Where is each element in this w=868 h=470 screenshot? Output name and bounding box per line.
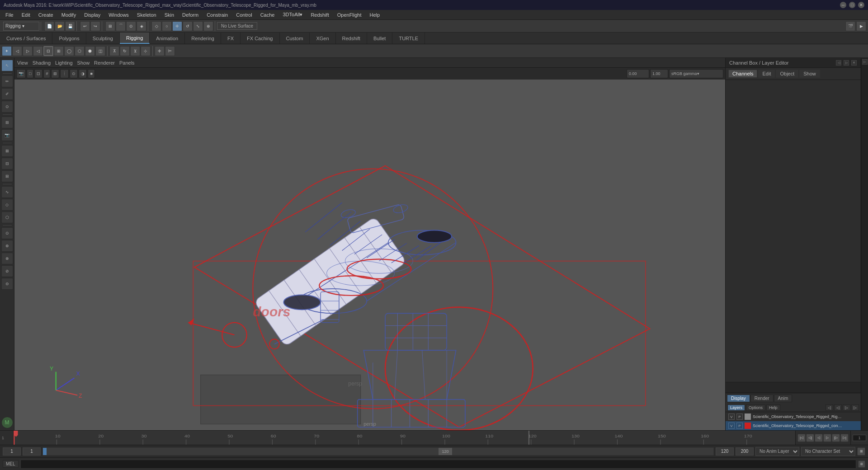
- filmgate-btn[interactable]: □: [27, 69, 33, 78]
- menu-edit[interactable]: Edit: [18, 11, 34, 19]
- layer3-btn[interactable]: ⊞: [1, 170, 13, 182]
- curve1-icon[interactable]: ◯: [64, 46, 74, 56]
- menu-openflight[interactable]: OpenFlight: [334, 11, 365, 19]
- play-back-btn[interactable]: ◁: [815, 434, 823, 442]
- menu-skin[interactable]: Skin: [161, 11, 178, 19]
- resolution-btn[interactable]: ⊡: [34, 69, 42, 78]
- layer-p-1[interactable]: P: [736, 414, 743, 420]
- layer-prev2-btn[interactable]: ◁: [834, 404, 842, 411]
- grid-btn[interactable]: #: [43, 69, 50, 78]
- snap-view-button[interactable]: ◈: [137, 21, 146, 31]
- mode-dropdown[interactable]: Rigging ▾: [3, 22, 39, 31]
- menu-modify[interactable]: Modify: [58, 11, 80, 19]
- layer2-btn[interactable]: ⊟: [1, 158, 13, 169]
- step-back-btn[interactable]: ◁|: [806, 434, 814, 442]
- tab-rendering[interactable]: Rendering: [185, 33, 221, 44]
- tab-turtle[interactable]: TURTLE: [392, 33, 425, 44]
- anim-layer-select[interactable]: No Anim Layer: [755, 447, 799, 456]
- panel-arrow-right[interactable]: ▷: [844, 60, 849, 66]
- misc5-btn[interactable]: ⊖: [1, 278, 13, 290]
- tab-fx-caching[interactable]: FX Caching: [241, 33, 279, 44]
- layer-subtab-layers[interactable]: Layers: [727, 404, 745, 411]
- transform-tool-button[interactable]: ⊕: [203, 21, 213, 31]
- layer-prev-btn[interactable]: ◁: [826, 404, 833, 411]
- tab-bullet[interactable]: Bullet: [367, 33, 393, 44]
- curve4-icon[interactable]: ◫: [95, 46, 105, 56]
- menu-help[interactable]: Help: [366, 11, 384, 19]
- layer-v-1[interactable]: V: [728, 414, 735, 420]
- menu-cache[interactable]: Cache: [257, 11, 278, 19]
- paint-icon[interactable]: ▷: [23, 46, 33, 56]
- misc4-btn[interactable]: ⊘: [1, 265, 13, 277]
- scale-tool-button[interactable]: ⤡: [193, 21, 203, 31]
- tab-edit[interactable]: Edit: [758, 70, 775, 78]
- show-menu[interactable]: Show: [77, 60, 90, 66]
- minimize-button[interactable]: ─: [840, 2, 846, 8]
- wireframe-btn[interactable]: ⋮: [60, 69, 69, 78]
- snap1-btn[interactable]: ⊞: [1, 117, 13, 128]
- curve2-icon[interactable]: ⬡: [75, 46, 85, 56]
- attr-strip-expand[interactable]: ▷: [862, 59, 868, 65]
- menu-control[interactable]: Control: [232, 11, 255, 19]
- quick-sel-icon[interactable]: ◁: [33, 46, 43, 56]
- layer-subtab-help[interactable]: Help: [766, 404, 780, 411]
- layer-tab-render[interactable]: Render: [750, 395, 774, 402]
- menu-file[interactable]: File: [2, 11, 17, 19]
- shape-btn[interactable]: ◇: [1, 199, 13, 211]
- tab-sculpting[interactable]: Sculpting: [86, 33, 120, 44]
- frame-end-input[interactable]: 120: [716, 447, 734, 456]
- scale2-icon[interactable]: ⊻: [130, 46, 140, 56]
- renderer-menu[interactable]: Renderer: [94, 60, 115, 66]
- layer-item-1[interactable]: V P Scientific_Observatory_Telescope_Rig…: [726, 412, 861, 421]
- cam-btn[interactable]: 📷: [1, 129, 13, 141]
- layer-next2-btn[interactable]: ▷: [851, 404, 859, 411]
- misc2-btn[interactable]: ⊕: [1, 240, 13, 252]
- select-icon[interactable]: ✦: [2, 46, 12, 56]
- menu-deform[interactable]: Deform: [179, 11, 202, 19]
- play-fwd-btn[interactable]: ▷: [823, 434, 831, 442]
- panels-menu[interactable]: Panels: [119, 60, 135, 66]
- paint3-btn[interactable]: ⊙: [1, 101, 13, 113]
- texture-btn[interactable]: ■: [88, 69, 94, 78]
- tab-custom[interactable]: Custom: [280, 33, 310, 44]
- lighting-menu[interactable]: Lighting: [55, 60, 73, 66]
- current-frame-display[interactable]: 1: [853, 435, 866, 441]
- layer1-btn[interactable]: ⊠: [1, 145, 13, 157]
- tab-polygons[interactable]: Polygons: [52, 33, 86, 44]
- layer-next-btn[interactable]: ▷: [843, 404, 850, 411]
- bottom-right-btn[interactable]: ⊞: [857, 447, 865, 456]
- character-set-select[interactable]: No Character Set: [801, 447, 855, 456]
- panel-arrow-left[interactable]: ◁: [836, 60, 841, 66]
- timeline[interactable]: 1 10 20 30 40 50 60 70 80: [0, 430, 868, 445]
- maximize-button[interactable]: □: [849, 2, 855, 8]
- go-start-btn[interactable]: |◁: [797, 434, 806, 442]
- lasso-icon[interactable]: ◁: [12, 46, 22, 56]
- move2-icon[interactable]: ⊼: [109, 46, 119, 56]
- poly-btn[interactable]: ⬡: [1, 212, 13, 223]
- save-scene-button[interactable]: 💾: [65, 21, 75, 31]
- playhead[interactable]: [14, 431, 14, 445]
- component-icon[interactable]: ⊞: [54, 46, 64, 56]
- layer-v-2[interactable]: V: [728, 423, 735, 429]
- tab-curves-surfaces[interactable]: Curves / Surfaces: [0, 33, 52, 44]
- menu-redshift[interactable]: Redshift: [307, 11, 332, 19]
- tab-channels[interactable]: Channels: [728, 70, 757, 78]
- tab-xgen[interactable]: XGen: [310, 33, 335, 44]
- misc3-btn[interactable]: ⊗: [1, 253, 13, 264]
- close-button[interactable]: ✕: [858, 2, 864, 8]
- mel-input[interactable]: [20, 460, 856, 469]
- color-space-btn[interactable]: sRGB gamma ▾: [669, 69, 723, 78]
- bracket-icon[interactable]: ⊢: [165, 46, 175, 56]
- move-tool-button[interactable]: ✛: [172, 21, 182, 31]
- camera-btn[interactable]: 📷: [16, 69, 26, 78]
- snap-point-button[interactable]: ⊙: [126, 21, 136, 31]
- paint1-btn[interactable]: ✏: [1, 75, 13, 87]
- soft-sel-icon[interactable]: ⊡: [43, 46, 53, 56]
- menu-3dtoall[interactable]: 3DToAll▾: [279, 11, 306, 19]
- maya-logo-btn[interactable]: M: [1, 417, 13, 428]
- tab-redshift[interactable]: Redshift: [336, 33, 367, 44]
- tab-rigging[interactable]: Rigging: [120, 33, 150, 44]
- shading-menu[interactable]: Shading: [33, 60, 51, 66]
- redo-button[interactable]: ↪: [90, 21, 100, 31]
- misc1-btn[interactable]: ⊙: [1, 227, 13, 239]
